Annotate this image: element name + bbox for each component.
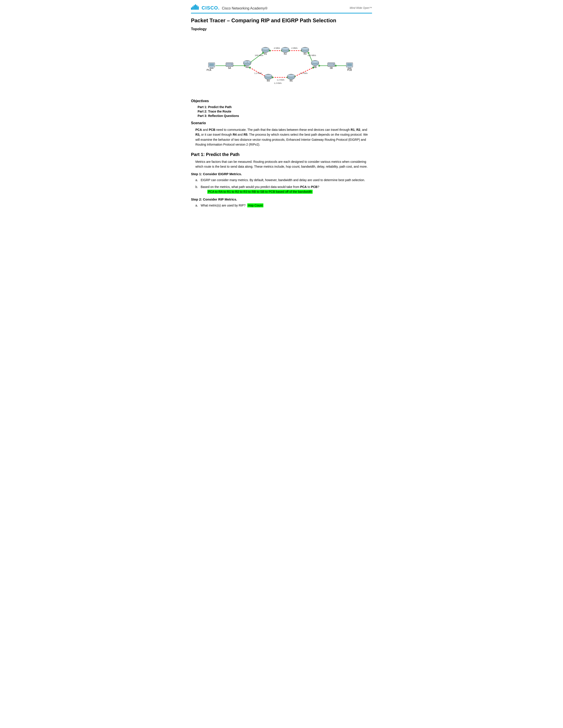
svg-text:1.2 Kb/s: 1.2 Kb/s: [277, 79, 285, 81]
r2-bold: R2: [356, 128, 360, 131]
svg-text:≡: ≡: [246, 61, 248, 63]
cisco-bars-icon: [191, 4, 199, 11]
svg-text:SB: SB: [330, 67, 333, 69]
pcb-bold: PCB: [209, 128, 215, 131]
r5-bold: R5: [243, 133, 247, 136]
topology-svg: 100 Mb/s 4 Mb/s 4 Mb/s 100 Mb/s 1.2 Kb/s…: [204, 33, 359, 95]
svg-text:1.2 Kb/s: 1.2 Kb/s: [300, 72, 308, 74]
svg-text:4 Mb/s: 4 Mb/s: [274, 47, 280, 49]
svg-rect-3: [195, 4, 196, 10]
svg-point-70: [264, 74, 272, 77]
r3-bold: R3,: [195, 133, 200, 136]
svg-point-28: [249, 67, 251, 69]
part1-heading: Part 1: Predict the Path: [191, 152, 372, 157]
page-header: CISCO. Cisco Networking Academy® Mind Wi…: [191, 4, 372, 13]
step1-item-b: b. Based on the metrics, what path would…: [195, 184, 372, 194]
svg-text:SA: SA: [228, 67, 231, 69]
objectives-heading: Objectives: [191, 99, 372, 103]
cisco-wordmark: CISCO.: [201, 5, 220, 11]
step2-item-a: a. What metric(s) are used by RIP? Hop C…: [195, 203, 372, 208]
step1-heading: Step 1: Consider EIGRP Metrics.: [191, 172, 372, 176]
mind-wide-open: Mind Wide Open™: [350, 6, 372, 9]
svg-point-26: [308, 52, 310, 54]
svg-text:RB: RB: [314, 66, 317, 68]
svg-text:R5: R5: [290, 80, 293, 82]
part1-intro: Metrics are factors that can be measured…: [195, 159, 372, 169]
step1-pcb: PCB: [311, 185, 318, 189]
svg-rect-87: [347, 63, 352, 66]
step2-label-a: a.: [195, 203, 201, 208]
svg-rect-2: [194, 5, 195, 10]
svg-text:PCA: PCA: [207, 69, 211, 71]
svg-point-61: [261, 47, 269, 50]
step1-content-a: EIGRP can consider many metrics. By defa…: [201, 178, 372, 182]
svg-text:R1: R1: [264, 53, 267, 55]
svg-point-74: [287, 74, 295, 77]
cisco-logo: CISCO. Cisco Networking Academy®: [191, 4, 267, 11]
objective-1: Part 1: Predict the Path: [197, 105, 372, 109]
svg-rect-88: [348, 67, 351, 68]
scenario-heading: Scenario: [191, 121, 372, 125]
step1-label-b: b.: [195, 184, 201, 194]
svg-rect-0: [191, 8, 192, 10]
r4-bold: R4: [233, 133, 237, 136]
svg-text:R2: R2: [284, 53, 287, 55]
step1-item-a: a. EIGRP can consider many metrics. By d…: [195, 178, 372, 182]
pca-bold: PCA: [195, 128, 202, 131]
svg-rect-45: [209, 63, 214, 66]
svg-rect-46: [210, 67, 213, 68]
svg-point-36: [335, 65, 337, 67]
objective-3: Part 3: Reflection Questions: [197, 114, 372, 118]
step1-pca: PCA: [300, 185, 307, 189]
r1-bold: R1: [351, 128, 355, 131]
objective-2: Part 2: Trace the Route: [197, 110, 372, 113]
topology-diagram: 100 Mb/s 4 Mb/s 4 Mb/s 100 Mb/s 1.2 Kb/s…: [191, 33, 372, 95]
step1-label-a: a.: [195, 178, 201, 182]
objectives-list: Part 1: Predict the Path Part 2: Trace t…: [197, 105, 372, 118]
svg-rect-5: [197, 6, 199, 10]
page-title: Packet Tracer – Comparing RIP and EIGRP …: [191, 17, 372, 24]
svg-text:1.2 Kb/s: 1.2 Kb/s: [254, 72, 262, 74]
svg-text:100 Mb/s: 100 Mb/s: [308, 54, 316, 56]
step2-content-a: What metric(s) are used by RIP? Hop Coun…: [201, 203, 372, 208]
step2-heading: Step 2: Consider RIP Metrics.: [191, 197, 372, 201]
svg-point-34: [318, 65, 320, 67]
scenario-text: PCA and PCB need to communicate. The pat…: [195, 127, 372, 147]
svg-rect-1: [192, 6, 193, 10]
step1-answer: PCA to RA to R1 to R2 to R3 to RB to SB …: [207, 190, 313, 194]
svg-text:R4: R4: [267, 80, 270, 82]
svg-text:4 Mb/s: 4 Mb/s: [291, 47, 298, 49]
svg-point-77: [311, 61, 319, 63]
svg-text:RA: RA: [246, 66, 249, 68]
cisco-academy-text: Cisco Networking Academy®: [222, 6, 267, 10]
step1-content-b: Based on the metrics, what path would yo…: [201, 184, 372, 194]
svg-text:1.2 Kb/s: 1.2 Kb/s: [274, 82, 282, 84]
svg-text:PCB: PCB: [347, 69, 352, 71]
svg-point-64: [282, 47, 289, 50]
step2-answer: Hop Count: [247, 203, 263, 207]
topology-heading: Topology: [191, 27, 372, 31]
svg-text:100 Mb/s: 100 Mb/s: [255, 54, 263, 56]
svg-text:R3: R3: [304, 53, 307, 55]
svg-point-67: [302, 47, 309, 50]
svg-rect-4: [196, 5, 197, 10]
